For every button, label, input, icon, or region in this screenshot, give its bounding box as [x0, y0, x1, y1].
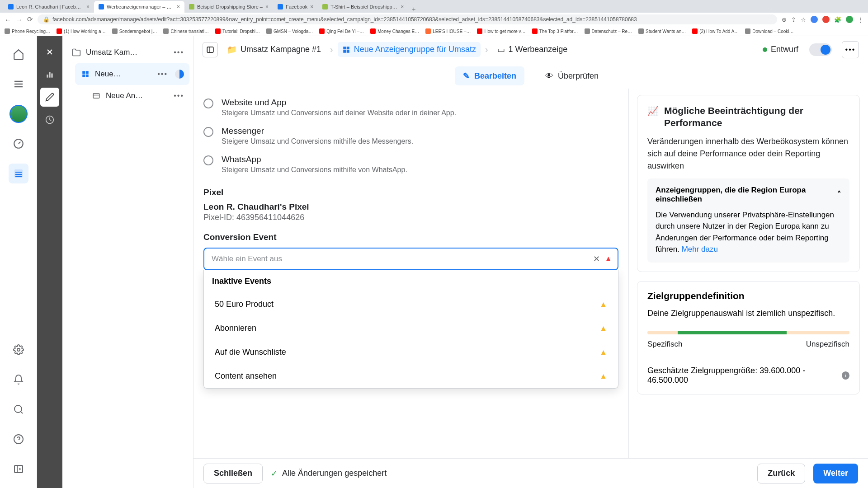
- panel-toggle-icon[interactable]: [203, 42, 218, 57]
- close-button[interactable]: Schließen: [203, 464, 263, 483]
- new-tab-button[interactable]: +: [408, 5, 419, 13]
- subcard-text: Die Verwendung unserer Privatsphäre-Eins…: [656, 209, 841, 255]
- tree-campaign[interactable]: Umsatz Kam… •••: [66, 42, 189, 63]
- status-dot-icon: [763, 47, 767, 52]
- menu-icon[interactable]: [9, 74, 28, 94]
- clock-icon[interactable]: [40, 110, 59, 129]
- info-icon[interactable]: i: [842, 371, 849, 380]
- close-icon[interactable]: ×: [86, 4, 90, 10]
- activity-icon: 📈: [647, 105, 659, 116]
- bookmark[interactable]: Phone Recycling…: [5, 28, 50, 34]
- gauge-label-left: Spezifisch: [647, 340, 682, 349]
- campaign-toggle[interactable]: [809, 43, 832, 56]
- browser-tab[interactable]: Werbeanzeigenmanager – We…×: [94, 1, 184, 13]
- event-option[interactable]: Abonnieren▲: [204, 316, 618, 340]
- svg-rect-12: [14, 465, 23, 473]
- bookmark[interactable]: (2) How To Add A…: [692, 28, 739, 34]
- bookmark[interactable]: The Top 3 Platfor…: [532, 28, 578, 34]
- tree-ad[interactable]: Neue An… •••: [86, 85, 189, 107]
- star-icon[interactable]: ☆: [801, 16, 806, 23]
- svg-line-10: [20, 412, 22, 413]
- avatar-icon[interactable]: [846, 16, 853, 23]
- clear-icon[interactable]: ✕: [593, 254, 600, 264]
- bookmark[interactable]: Qing Fei De Yi –…: [319, 28, 364, 34]
- card-text: Veränderungen innerhalb des Werbeökosyst…: [647, 136, 849, 172]
- bookmark[interactable]: GMSN – Vologda…: [266, 28, 313, 34]
- chart-icon[interactable]: [40, 65, 59, 84]
- section-pixel: Pixel: [203, 188, 618, 197]
- bookmark[interactable]: Sonderangebot |…: [112, 28, 157, 34]
- right-panel: 📈 Mögliche Beeinträchtigung der Performa…: [628, 89, 868, 458]
- footer: Schließen ✓ Alle Änderungen gespeichert …: [193, 458, 868, 488]
- bookmark[interactable]: Datenschutz – Re…: [585, 28, 632, 34]
- more-icon[interactable]: •••: [174, 92, 184, 100]
- event-option[interactable]: Auf die Wunschliste▲: [204, 340, 618, 364]
- bookmark[interactable]: LEE'S HOUSE –…: [425, 28, 471, 34]
- home-icon[interactable]: [9, 44, 28, 64]
- menu-icon[interactable]: ⋮: [858, 16, 863, 23]
- more-icon[interactable]: •••: [842, 41, 859, 58]
- back-button[interactable]: Zurück: [757, 464, 805, 483]
- crumb-ad[interactable]: ▭1 Werbeanzeige: [493, 42, 572, 57]
- share-icon[interactable]: ⇪: [791, 16, 796, 23]
- extension-icon[interactable]: [811, 16, 818, 23]
- browser-tab[interactable]: Facebook×: [273, 1, 318, 13]
- pixel-name: Leon R. Chaudhari's Pixel: [203, 202, 618, 212]
- zoom-icon[interactable]: ⊕: [782, 16, 787, 23]
- bookmark[interactable]: Chinese translati…: [163, 28, 208, 34]
- browser-tab[interactable]: Beispiel Dropshipping Store –×: [184, 1, 273, 13]
- more-icon[interactable]: •••: [157, 70, 168, 78]
- close-icon[interactable]: ×: [310, 4, 313, 10]
- radio-messenger[interactable]: MessengerSteigere Umsatz und Conversions…: [203, 122, 618, 150]
- event-select-input[interactable]: [203, 248, 618, 270]
- bell-icon[interactable]: [9, 370, 28, 389]
- chevron-right-icon: ›: [330, 44, 333, 55]
- collapse-icon[interactable]: [9, 459, 28, 479]
- card-title: Zielgruppendefinition: [647, 291, 849, 301]
- close-icon[interactable]: ×: [265, 4, 269, 10]
- pencil-icon[interactable]: [40, 88, 59, 107]
- bookmark[interactable]: Tutorial: Dropshi…: [215, 28, 260, 34]
- ads-manager-icon[interactable]: [9, 164, 28, 183]
- help-icon[interactable]: [9, 429, 28, 449]
- next-button[interactable]: Weiter: [813, 464, 858, 483]
- svg-point-8: [17, 348, 20, 351]
- gear-icon[interactable]: [9, 340, 28, 360]
- extensions-icon[interactable]: 🧩: [834, 16, 841, 23]
- close-icon[interactable]: ×: [177, 4, 180, 10]
- event-option[interactable]: Content ansehen▲: [204, 364, 618, 388]
- radio-whatsapp[interactable]: WhatsAppSteigere Umsatz und Conversions …: [203, 150, 618, 178]
- bookmark[interactable]: How to get more v…: [477, 28, 525, 34]
- tree-label: Neue…: [95, 70, 153, 79]
- speedometer-icon[interactable]: [9, 134, 28, 154]
- radio-website-app[interactable]: Website und AppSteigere Umsatz und Conve…: [203, 93, 618, 122]
- account-avatar[interactable]: [9, 104, 28, 124]
- reload-icon[interactable]: ⟳: [27, 15, 33, 23]
- bookmark[interactable]: (1) How Working a…: [57, 28, 106, 34]
- event-option[interactable]: 50 Euro Product▲: [204, 292, 618, 316]
- browser-tab[interactable]: T-Shirt – Beispiel Dropshippin…×: [318, 1, 408, 13]
- crumb-adset[interactable]: Neue Anzeigengruppe für Umsatz: [338, 42, 481, 57]
- tree-adset[interactable]: Neue… •••: [75, 63, 189, 85]
- extension-icon[interactable]: [822, 16, 830, 23]
- tree-label: Umsatz Kam…: [86, 48, 169, 57]
- browser-tab[interactable]: Leon R. Chaudhari | Facebook×: [4, 1, 94, 13]
- tab-review[interactable]: 👁Überprüfen: [537, 67, 607, 85]
- crumb-campaign[interactable]: 📁Umsatz Kampagne #1: [222, 42, 326, 57]
- bookmark[interactable]: Money Changes E…: [370, 28, 419, 34]
- warning-icon: ▲: [604, 254, 612, 263]
- chevron-up-icon[interactable]: ˄: [837, 190, 841, 199]
- url-input[interactable]: 🔒facebook.com/adsmanager/manage/adsets/e…: [38, 14, 777, 24]
- svg-rect-5: [15, 172, 22, 173]
- back-icon[interactable]: ←: [5, 16, 11, 23]
- bookmark[interactable]: Student Wants an…: [638, 28, 686, 34]
- editor-nav: [37, 36, 62, 488]
- forward-icon[interactable]: →: [16, 16, 23, 23]
- close-icon[interactable]: ×: [401, 4, 404, 10]
- search-icon[interactable]: [9, 399, 28, 419]
- more-icon[interactable]: •••: [174, 48, 184, 56]
- close-icon[interactable]: [40, 42, 59, 61]
- bookmark[interactable]: Download – Cooki…: [745, 28, 793, 34]
- tab-edit[interactable]: ✎Bearbeiten: [455, 66, 524, 85]
- learn-more-link[interactable]: Mehr dazu: [682, 245, 718, 253]
